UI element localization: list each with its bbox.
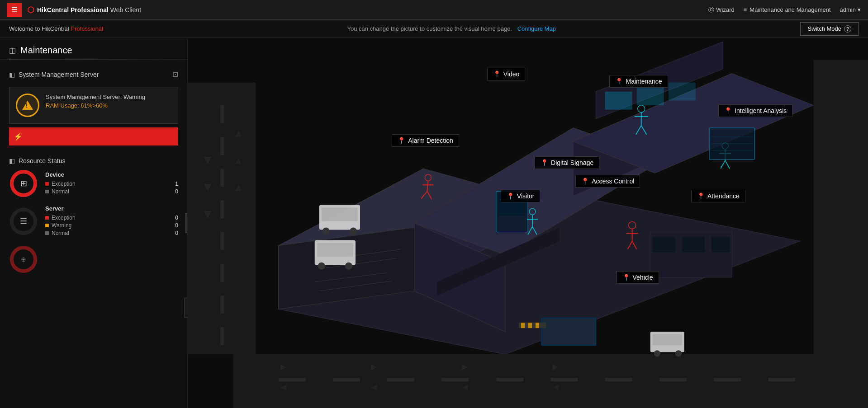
pin-icon: 📍: [697, 192, 705, 200]
sidebar-main-icon: ◫: [9, 46, 16, 55]
server-donut: ☰: [9, 207, 38, 236]
warning-ram: RAM Usage: 61%>60%: [46, 102, 145, 109]
brand-logo: ⬡ HikCentral Professional Web Client: [27, 5, 141, 15]
welcome-center-text: You can change the picture to customize …: [103, 25, 800, 32]
third-card: ⊕: [9, 245, 178, 274]
server-warning-row: Warning 0: [45, 222, 178, 229]
pin-icon: 📍: [622, 274, 630, 281]
maintenance-link[interactable]: ≡ Maintenance and Management: [744, 6, 831, 13]
pin-icon: 📍: [581, 178, 589, 185]
pin-icon: 📍: [493, 70, 501, 78]
resource-status-label: Resource Status: [19, 157, 178, 164]
server-label: Server: [45, 205, 178, 212]
maintenance-label[interactable]: 📍 Maintenance: [609, 75, 668, 88]
resource-icon: ◧: [9, 157, 15, 164]
resource-status-header: ◧ Resource Status: [0, 153, 187, 169]
device-donut: ⊞: [9, 169, 38, 198]
device-icon: ⊞: [20, 178, 27, 188]
warning-text-block: System Management Server: Warning RAM Us…: [46, 94, 145, 109]
wizard-link[interactable]: ⓪ Wizard: [708, 6, 734, 14]
pin-icon: 📍: [507, 192, 514, 200]
sidebar-header: ◫ Maintenance: [0, 38, 187, 60]
intelligent-analysis-label[interactable]: 📍 Intelligent Analysis: [718, 104, 792, 117]
third-donut: ⊕: [9, 245, 38, 274]
menu-button[interactable]: ☰: [7, 3, 22, 17]
wizard-icon: ⓪: [708, 6, 714, 14]
device-card: ⊞ Device Exception 1 Normal 0: [9, 169, 178, 198]
resource-cards: ⊞ Device Exception 1 Normal 0: [0, 169, 187, 274]
resource-status-section: ◧ Resource Status ⊞ Device: [0, 153, 187, 274]
configure-map-link[interactable]: Configure Map: [517, 25, 556, 32]
sidebar-title-divider: [9, 60, 178, 60]
device-label: Device: [45, 171, 178, 178]
video-label[interactable]: 📍 Video: [487, 68, 526, 80]
server-card: ☰ Server Exception 0 Warning 0: [9, 205, 178, 238]
server-normal-row: Normal 0: [45, 230, 178, 236]
device-normal-row: Normal 0: [45, 188, 178, 195]
image-button[interactable]: ⊡: [172, 70, 178, 79]
normal-dot: [45, 190, 49, 193]
digital-signage-label[interactable]: 📍 Digital Signage: [535, 156, 599, 169]
device-info: Device Exception 1 Normal 0: [45, 171, 178, 196]
server-exception-dot: [45, 216, 49, 220]
sidebar-title: Maintenance: [20, 45, 178, 56]
server-info: Server Exception 0 Warning 0: [45, 205, 178, 238]
system-server-section: ◧ System Management Server ⊡: [0, 66, 187, 83]
server-normal-dot: [45, 231, 49, 235]
pin-icon: 📍: [724, 107, 732, 114]
pin-icon: 📍: [398, 137, 405, 144]
map-area: ▼ ▼ ▼ ▲ ▲ ▲ ► ► ► ► ◄ ◄ ◄ ◄: [188, 38, 868, 408]
server-exception-row: Exception 0: [45, 215, 178, 221]
top-nav: ☰ ⬡ HikCentral Professional Web Client ⓪…: [0, 0, 868, 20]
map-overlay: 📍 Video 📍 Maintenance 📍 Alarm Detection …: [188, 38, 868, 408]
pin-icon: 📍: [615, 78, 623, 85]
server-warning-count: 0: [175, 222, 178, 229]
access-control-label[interactable]: 📍 Access Control: [575, 175, 640, 188]
server-list-icon: ☰: [20, 216, 27, 226]
warning-panel: System Management Server: Warning RAM Us…: [9, 87, 178, 124]
device-normal-count: 0: [175, 188, 178, 195]
device-exception-count: 1: [175, 181, 178, 187]
server-icon: ◧: [9, 71, 15, 78]
visitor-label[interactable]: 📍 Visitor: [501, 190, 541, 202]
brand-icon: ⬡: [27, 5, 34, 15]
main-layout: ◫ Maintenance ◧ System Management Server…: [0, 38, 868, 408]
chevron-down-icon: ▾: [858, 6, 861, 13]
server-warning-dot: [45, 224, 49, 227]
admin-menu[interactable]: admin ▾: [840, 6, 861, 13]
third-icon: ⊕: [21, 256, 26, 263]
pin-icon: 📍: [541, 159, 548, 166]
device-exception-row: Exception 1: [45, 181, 178, 187]
nav-right: ⓪ Wizard ≡ Maintenance and Management ad…: [708, 6, 861, 14]
attendance-label[interactable]: 📍 Attendance: [691, 190, 745, 202]
system-server-label: System Management Server: [19, 71, 169, 78]
vehicle-label[interactable]: 📍 Vehicle: [617, 271, 659, 284]
pulse-icon: ⚡: [14, 132, 23, 141]
warning-triangle-icon: [22, 101, 33, 110]
brand-name: HikCentral Professional Web Client: [37, 6, 141, 14]
exception-dot: [45, 182, 49, 186]
welcome-bar: Welcome to HikCentral Professional You c…: [0, 20, 868, 38]
alert-bar: ⚡: [9, 127, 178, 145]
warning-circle-icon: [16, 94, 39, 117]
server-normal-count: 0: [175, 230, 178, 236]
server-exception-count: 0: [175, 215, 178, 221]
question-icon: ?: [844, 25, 851, 33]
warning-title: System Management Server: Warning: [46, 94, 145, 100]
alarm-detection-label[interactable]: 📍 Alarm Detection: [392, 134, 459, 147]
welcome-text: Welcome to HikCentral Professional: [9, 25, 103, 32]
person-icon[interactable]: 👤: [184, 298, 188, 318]
switch-mode-button[interactable]: Switch Mode ?: [800, 22, 859, 36]
maintenance-icon: ≡: [744, 6, 747, 13]
sidebar: ◫ Maintenance ◧ System Management Server…: [0, 38, 188, 408]
